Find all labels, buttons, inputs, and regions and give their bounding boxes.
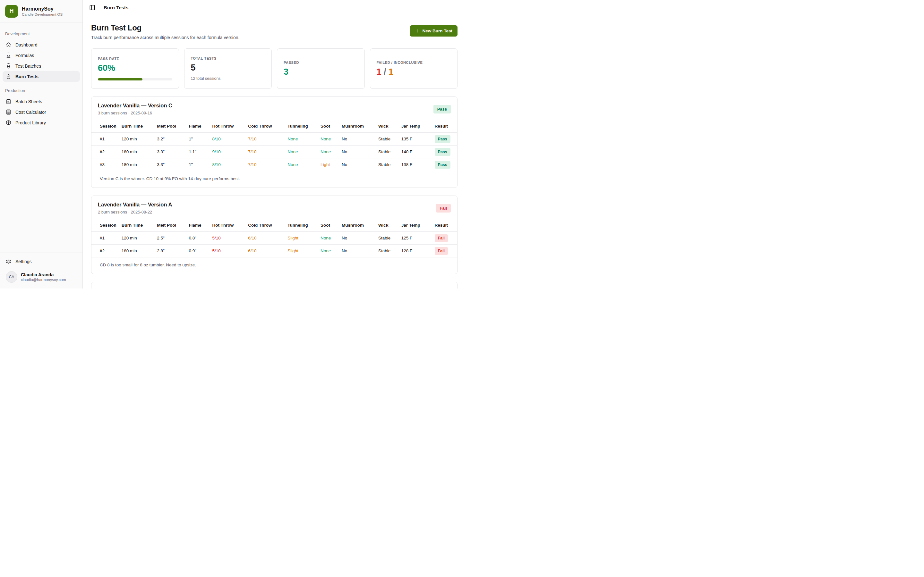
stats-row: PASS RATE60%TOTAL TESTS512 total session… bbox=[91, 48, 457, 89]
column-header: Session bbox=[91, 121, 120, 133]
sidebar-item-batch-sheets[interactable]: Batch Sheets bbox=[3, 96, 80, 107]
column-header: Burn Time bbox=[120, 121, 155, 133]
burn-test-card: Lavender Vanilla — Version A2 burn sessi… bbox=[91, 195, 457, 274]
sidebar-toggle-button[interactable] bbox=[89, 5, 95, 11]
test-card-title: Lavender Vanilla — Version A bbox=[98, 201, 172, 208]
sidebar-header: H HarmonySoy Candle Development OS bbox=[0, 0, 82, 23]
user-profile[interactable]: CA Claudia Aranda claudia@harmonysoy.com bbox=[3, 267, 80, 283]
flask-icon bbox=[6, 53, 11, 58]
page-header: Burn Test Log Track burn performance acr… bbox=[91, 23, 457, 40]
sidebar-item-cost-calculator[interactable]: Cost Calculator bbox=[3, 107, 80, 117]
burn-test-card: Cedarwood Amber — Version A2 burn sessio… bbox=[91, 282, 457, 288]
stat-label: PASS RATE bbox=[98, 57, 172, 61]
stat-value: 1 / 1 bbox=[376, 67, 451, 77]
sidebar-section-label: Production bbox=[3, 88, 80, 93]
notepad-icon bbox=[6, 99, 11, 104]
test-card-header: Lavender Vanilla — Version C3 burn sessi… bbox=[91, 97, 457, 117]
row-result-badge: Pass bbox=[435, 135, 451, 143]
stat-value: 5 bbox=[191, 63, 265, 73]
column-header: Soot bbox=[318, 121, 340, 133]
column-header: Soot bbox=[318, 219, 340, 232]
flame-icon bbox=[6, 74, 11, 79]
row-result-badge: Fail bbox=[435, 247, 448, 255]
sidebar-item-label: Formulas bbox=[15, 53, 34, 58]
stat-label: TOTAL TESTS bbox=[191, 56, 265, 60]
home-icon bbox=[6, 42, 11, 47]
test-card-header: Lavender Vanilla — Version A2 burn sessi… bbox=[91, 196, 457, 216]
column-header: Cold Throw bbox=[246, 219, 286, 232]
table-row: #2180 min2.8"0.9"5/106/10SlightNoneNoSta… bbox=[91, 245, 457, 258]
column-header: Hot Throw bbox=[210, 219, 246, 232]
stat-value: 60% bbox=[98, 63, 172, 73]
sidebar-item-label: Product Library bbox=[15, 120, 46, 125]
new-burn-test-label: New Burn Test bbox=[422, 29, 452, 33]
package-icon bbox=[6, 120, 11, 125]
table-row: #2180 min3.3"1.1"9/107/10NoneNoneNoStabl… bbox=[91, 145, 457, 158]
sidebar-nav: DevelopmentDashboardFormulasTest Batches… bbox=[0, 23, 82, 253]
burn-test-card: Lavender Vanilla — Version C3 burn sessi… bbox=[91, 97, 457, 188]
sidebar-item-burn-tests[interactable]: Burn Tests bbox=[3, 71, 80, 82]
column-header: Melt Pool bbox=[155, 219, 187, 232]
page-subtitle: Track burn performance across multiple s… bbox=[91, 35, 239, 40]
test-card-note: Version C is the winner. CD 10 at 9% FO … bbox=[91, 171, 457, 187]
topbar: Burn Tests bbox=[83, 0, 462, 15]
sidebar-item-label: Settings bbox=[15, 259, 32, 264]
column-header: Session bbox=[91, 219, 120, 232]
sidebar-item-label: Test Batches bbox=[15, 63, 41, 69]
stat-subtext: 12 total sessions bbox=[191, 76, 265, 81]
stat-value: 3 bbox=[284, 67, 358, 77]
beaker-icon bbox=[6, 63, 11, 69]
column-header: Result bbox=[433, 219, 457, 232]
column-header: Result bbox=[433, 121, 457, 133]
content: Burn Test Log Track burn performance acr… bbox=[83, 15, 462, 288]
test-card-title: Lavender Vanilla — Version C bbox=[98, 103, 172, 109]
sidebar-item-test-batches[interactable]: Test Batches bbox=[3, 61, 80, 71]
test-card-header: Cedarwood Amber — Version A2 burn sessio… bbox=[91, 282, 457, 288]
new-burn-test-button[interactable]: New Burn Test bbox=[410, 25, 457, 37]
topbar-title: Burn Tests bbox=[103, 5, 128, 10]
sidebar-item-dashboard[interactable]: Dashboard bbox=[3, 39, 80, 50]
table-row: #3180 min3.3"1"8/107/10NoneLightNoStable… bbox=[91, 158, 457, 171]
sidebar-item-label: Cost Calculator bbox=[15, 110, 46, 115]
test-card-meta: 2 burn sessions · 2025-08-22 bbox=[98, 210, 172, 214]
main-area: Burn Tests Burn Test Log Track burn perf… bbox=[83, 0, 462, 288]
plus-icon bbox=[415, 29, 420, 33]
result-badge: Fail bbox=[436, 204, 451, 213]
column-header: Melt Pool bbox=[155, 121, 187, 133]
sidebar-item-product-library[interactable]: Product Library bbox=[3, 117, 80, 128]
sidebar-section-label: Development bbox=[3, 31, 80, 36]
test-card-note: CD 8 is too small for 8 oz tumbler. Need… bbox=[91, 258, 457, 274]
sidebar-item-formulas[interactable]: Formulas bbox=[3, 50, 80, 61]
user-email: claudia@harmonysoy.com bbox=[21, 277, 66, 282]
burn-sessions-table: SessionBurn TimeMelt PoolFlameHot ThrowC… bbox=[91, 219, 457, 258]
stat-card-total-tests: TOTAL TESTS512 total sessions bbox=[184, 48, 272, 89]
sidebar-item-label: Dashboard bbox=[15, 42, 37, 47]
test-log-list: Lavender Vanilla — Version C3 burn sessi… bbox=[91, 97, 457, 288]
stat-label: PASSED bbox=[284, 61, 358, 64]
row-result-badge: Pass bbox=[435, 148, 451, 156]
column-header: Mushroom bbox=[340, 121, 376, 133]
avatar: CA bbox=[6, 271, 17, 283]
pass-rate-progress-bar bbox=[98, 78, 172, 81]
sidebar-item-settings[interactable]: Settings bbox=[3, 256, 80, 267]
table-row: #1120 min2.5"0.8"5/106/10SlightNoneNoSta… bbox=[91, 232, 457, 245]
stat-card-failed-inconclusive: FAILED / INCONCLUSIVE1 / 1 bbox=[370, 48, 458, 89]
column-header: Wick bbox=[376, 219, 399, 232]
stat-card-passed: PASSED3 bbox=[277, 48, 365, 89]
app-subtitle: Candle Development OS bbox=[22, 13, 63, 16]
app-name: HarmonySoy bbox=[22, 6, 63, 12]
stat-label: FAILED / INCONCLUSIVE bbox=[376, 61, 451, 64]
column-header: Flame bbox=[187, 121, 210, 133]
page-title: Burn Test Log bbox=[91, 23, 239, 32]
row-result-badge: Pass bbox=[435, 161, 451, 169]
column-header: Jar Temp bbox=[399, 121, 433, 133]
calculator-icon bbox=[6, 109, 11, 115]
app: { "colors": { "brand": "#4d7c0f", "green… bbox=[0, 0, 462, 288]
sidebar-item-label: Batch Sheets bbox=[15, 99, 42, 104]
table-row: #1120 min3.2"1"8/107/10NoneNoneNoStable1… bbox=[91, 133, 457, 145]
column-header: Tunneling bbox=[286, 121, 318, 133]
test-card-meta: 3 burn sessions · 2025-09-16 bbox=[98, 111, 172, 115]
column-header: Jar Temp bbox=[399, 219, 433, 232]
column-header: Wick bbox=[376, 121, 399, 133]
sidebar: H HarmonySoy Candle Development OS Devel… bbox=[0, 0, 83, 288]
